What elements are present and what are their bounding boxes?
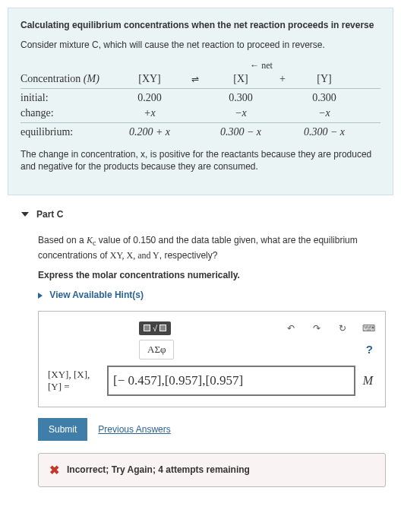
redo-icon: ↷: [313, 323, 320, 334]
caret-down-icon: [21, 212, 29, 217]
greek-symbols-button[interactable]: ΑΣφ: [139, 340, 174, 359]
part-c-label: Part C: [36, 209, 63, 220]
info-after-note: The change in concentration, x, is posit…: [21, 149, 380, 173]
ice-row-initial: initial: 0.200 0.300 0.300: [21, 90, 380, 106]
reset-icon: ↻: [339, 323, 346, 334]
part-c-section: Part C Based on a Kc value of 0.150 and …: [21, 209, 393, 487]
undo-button[interactable]: ↶: [283, 322, 298, 334]
answer-input[interactable]: [− 0.457],[0.957],[0.957]: [107, 366, 355, 396]
previous-answers-link[interactable]: Previous Answers: [98, 424, 170, 435]
info-panel: Calculating equilibrium concentrations w…: [8, 8, 393, 195]
hints-link[interactable]: View Available Hint(s): [49, 290, 144, 300]
reset-button[interactable]: ↻: [335, 322, 350, 334]
submit-button[interactable]: Submit: [38, 418, 87, 441]
caret-right-icon: [38, 293, 43, 299]
part-c-header[interactable]: Part C: [21, 209, 393, 220]
feedback-text: Incorrect; Try Again; 4 attempts remaini…: [67, 464, 250, 475]
info-title: Calculating equilibrium concentrations w…: [21, 19, 380, 32]
answer-box: √ ↶ ↷ ↻ ⌨ ΑΣφ ? [XY], [X], [Y] = [− 0.45…: [38, 311, 386, 407]
redo-button[interactable]: ↷: [309, 322, 324, 334]
keyboard-button[interactable]: ⌨: [361, 322, 376, 334]
submit-row: Submit Previous Answers: [38, 418, 393, 441]
help-button[interactable]: ?: [366, 343, 376, 356]
ice-row-change: change: +x −x −x: [21, 106, 380, 123]
answer-unit: M: [360, 374, 376, 388]
undo-icon: ↶: [287, 323, 295, 334]
net-arrow-label: ← net: [21, 60, 380, 71]
part-c-question: Based on a Kc value of 0.150 and the dat…: [38, 233, 393, 262]
hints-toggle[interactable]: View Available Hint(s): [38, 290, 393, 300]
ice-table: ← net Concentration (M) [XY] ⇌ [X] + [Y]…: [21, 60, 380, 140]
secondary-toolbar: ΑΣφ ?: [48, 340, 376, 366]
info-intro: Consider mixture C, which will cause the…: [21, 40, 380, 52]
keyboard-icon: ⌨: [362, 323, 375, 334]
math-template-button[interactable]: √: [139, 321, 171, 335]
incorrect-icon: ✖: [49, 463, 59, 477]
toolbar: √ ↶ ↷ ↻ ⌨: [48, 319, 376, 340]
answer-lhs: [XY], [X], [Y] =: [48, 369, 103, 392]
part-c-instruction: Express the molar concentrations numeric…: [38, 270, 393, 280]
ice-row-equilibrium: equilibrium: 0.200 + x 0.300 − x 0.300 −…: [21, 125, 380, 140]
sqrt-icon: √: [153, 324, 157, 333]
feedback-banner: ✖ Incorrect; Try Again; 4 attempts remai…: [38, 453, 386, 487]
answer-row: [XY], [X], [Y] = [− 0.457],[0.957],[0.95…: [48, 366, 376, 396]
ice-header-row: Concentration (M) [XY] ⇌ [X] + [Y]: [21, 71, 380, 89]
